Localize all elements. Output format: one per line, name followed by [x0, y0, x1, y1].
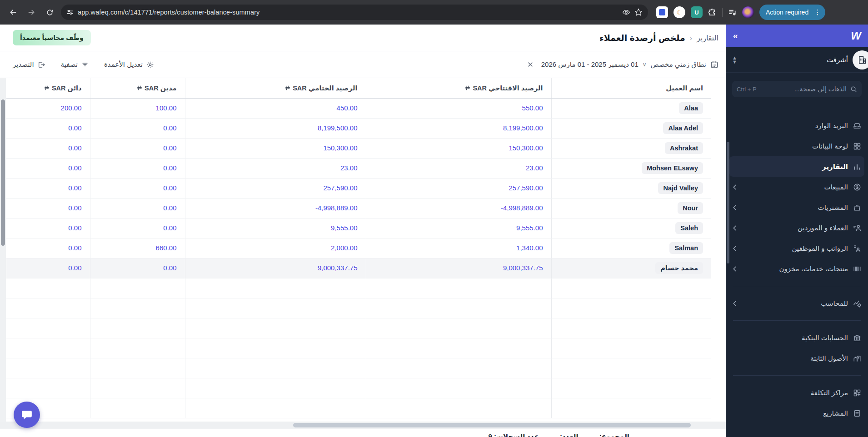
table-row[interactable]: Najd Valley257,590.00257,590.000.000.00: [6, 178, 711, 198]
cell-debit: 0.00: [90, 258, 185, 278]
cell-credit: 0.00: [6, 238, 90, 258]
sidebar-item-dollar-circle[interactable]: المبيعات: [726, 177, 868, 197]
sidebar-item-label: للمحاسب: [744, 299, 848, 308]
saudi-riyal-symbol-icon: [44, 85, 50, 91]
browser-forward-icon[interactable]: [25, 5, 38, 19]
filter-button[interactable]: تصفية: [61, 60, 89, 69]
sidebar-item-accountant[interactable]: للمحاسب: [726, 293, 868, 313]
column-header-closing[interactable]: الرصيد الختامي SAR: [185, 78, 366, 98]
table-row[interactable]: Nour-4,998,889.00-4,998,889.000.000.00: [6, 198, 711, 218]
cell-opening: 9,000,337.75: [366, 258, 551, 278]
extensions-puzzle-icon[interactable]: [708, 8, 717, 17]
edit-columns-button[interactable]: تعديل الأعمدة: [104, 60, 154, 69]
breadcrumb-parent[interactable]: التقارير: [697, 34, 718, 42]
sidebar-item-shopping-bag[interactable]: المشتريات: [726, 197, 868, 218]
amount-value: 0.00: [68, 244, 81, 252]
divider: [722, 8, 723, 17]
browser-back-icon[interactable]: [6, 5, 20, 19]
customer-name-chip[interactable]: Alaa: [679, 102, 703, 114]
amount-value: 0.00: [68, 144, 81, 152]
table-row[interactable]: Saleh9,555.009,555.000.000.00: [6, 218, 711, 238]
amount-value: 23.00: [340, 164, 358, 172]
horizontal-scrollbar-thumb[interactable]: [293, 423, 691, 427]
sidebar-collapse-icon[interactable]: »: [733, 31, 738, 41]
customer-balance-table: اسم العميلالرصيد الافتتاحي SARالرصيد الخ…: [6, 78, 711, 418]
customer-name-chip[interactable]: Alaa Adel: [663, 122, 703, 134]
cell-debit: 100.00: [90, 98, 185, 118]
table-row[interactable]: Alaa550.00450.00100.00200.00: [6, 98, 711, 118]
customer-name-chip[interactable]: Najd Valley: [658, 182, 703, 194]
url-text[interactable]: app.wafeq.com/c/141771/reports/customer-…: [78, 9, 618, 16]
table-row[interactable]: محمد حسام9,000,337.759,000,337.750.000.0…: [6, 258, 711, 278]
customer-name-chip[interactable]: Saleh: [675, 222, 703, 234]
go-to-page-search[interactable]: الذهاب إلى صفحة... Ctrl + P: [732, 81, 862, 97]
reading-mode-eye-icon[interactable]: [622, 8, 630, 16]
extension-icon-blue[interactable]: [656, 6, 668, 18]
sidebar-item-dashboard[interactable]: لوحة البيانات: [726, 136, 868, 156]
chat-support-button[interactable]: [14, 402, 40, 428]
amount-value: 150,300.00: [323, 144, 357, 152]
hire-accountant-button[interactable]: وظّف محاسباً معتمداً: [13, 30, 91, 45]
amount-value: 100.00: [156, 104, 177, 112]
cell-customer-name[interactable]: Saleh: [551, 218, 711, 238]
url-bar[interactable]: app.wafeq.com/c/141771/reports/customer-…: [61, 5, 648, 20]
sidebar-item-payroll[interactable]: الرواتب و الموظفين: [726, 238, 868, 258]
browser-reload-icon[interactable]: [43, 5, 56, 19]
table-row[interactable]: Alaa Adel8,199,500.008,199,500.000.000.0…: [6, 118, 711, 138]
site-info-icon[interactable]: [66, 9, 74, 16]
amount-value: -4,998,889.00: [315, 204, 358, 212]
sidebar-item-fixed-assets[interactable]: الأصول الثابتة: [726, 348, 868, 368]
sidebar-item-label: المبيعات: [744, 183, 848, 191]
table-row[interactable]: Ashrakat150,300.00150,300.000.000.00: [6, 138, 711, 158]
column-label: اسم العميل: [666, 84, 703, 92]
sidebar-item-bank[interactable]: الحسابات البنكية: [726, 328, 868, 348]
cell-customer-name[interactable]: Nour: [551, 198, 711, 218]
cell-customer-name[interactable]: Salman: [551, 238, 711, 258]
sidebar-item-customers[interactable]: العملاء و الموردين: [726, 218, 868, 238]
column-header-opening[interactable]: الرصيد الافتتاحي SAR: [366, 78, 551, 98]
column-header-debit[interactable]: مدين SAR: [90, 78, 185, 98]
browser-menu-dots-icon[interactable]: ⋮: [812, 8, 823, 16]
amount-value: 0.00: [163, 164, 176, 172]
cell-customer-name[interactable]: Ashrakat: [551, 138, 711, 158]
company-switcher[interactable]: أشرقت ▲▼: [726, 47, 868, 73]
customer-name-chip[interactable]: Mohsen ELsawy: [642, 162, 703, 174]
export-button[interactable]: التصدير: [13, 60, 45, 69]
clear-date-range-icon[interactable]: [527, 61, 534, 68]
sidebar-item-inbox[interactable]: البريد الوارد: [726, 115, 868, 136]
extension-icon-round[interactable]: ☾: [673, 6, 685, 18]
action-required-button[interactable]: Action required ⋮: [759, 5, 825, 20]
projects-icon: [853, 409, 861, 417]
cell-customer-name[interactable]: Mohsen ELsawy: [551, 158, 711, 178]
customer-name-chip[interactable]: Nour: [678, 202, 703, 214]
date-range-picker[interactable]: نطاق زمني مخصص ∨ 01 ديسمبر 2025 - 01 مار…: [527, 60, 718, 69]
cell-customer-name[interactable]: Alaa: [551, 98, 711, 118]
browser-profile-avatar[interactable]: [742, 6, 754, 18]
table-row[interactable]: Mohsen ELsawy23.0023.000.000.00: [6, 158, 711, 178]
sidebar-item-bar-chart[interactable]: التقارير: [729, 156, 864, 177]
sidebar-item-cost-centers[interactable]: مراكز التكلفة: [726, 382, 868, 403]
wafeq-logo: W: [851, 30, 861, 42]
dashboard-icon: [853, 142, 861, 150]
customer-name-chip[interactable]: Ashrakat: [665, 142, 703, 154]
vertical-scrollbar-thumb[interactable]: [1, 99, 5, 246]
customer-name-chip[interactable]: محمد حسام: [655, 262, 703, 274]
table-row[interactable]: Salman1,340.002,000.00660.000.00: [6, 238, 711, 258]
cell-customer-name[interactable]: محمد حسام: [551, 258, 711, 278]
column-header-credit[interactable]: دائن SAR: [6, 78, 90, 98]
bookmark-star-icon[interactable]: [634, 8, 643, 16]
customer-name-chip[interactable]: Salman: [669, 242, 703, 254]
cell-customer-name[interactable]: Najd Valley: [551, 178, 711, 198]
date-range-value: 01 ديسمبر 2025 - 01 مارس 2026: [541, 60, 639, 69]
breadcrumb-separator-icon: ‹: [690, 34, 692, 42]
cell-customer-name[interactable]: Alaa Adel: [551, 118, 711, 138]
search-icon: [850, 86, 857, 93]
sidebar-item-projects[interactable]: المشاريع: [726, 403, 868, 423]
column-header-name[interactable]: اسم العميل: [551, 78, 711, 98]
chevron-left-icon: [733, 244, 739, 253]
media-playlist-icon[interactable]: [728, 8, 737, 17]
sidebar-item-barcode[interactable]: منتجات، خدمات، مخزون: [726, 258, 868, 279]
sidebar-scrollbar[interactable]: [727, 142, 729, 263]
company-switch-chevrons-icon[interactable]: ▲▼: [732, 56, 737, 64]
extension-icon-u[interactable]: U: [691, 6, 703, 18]
